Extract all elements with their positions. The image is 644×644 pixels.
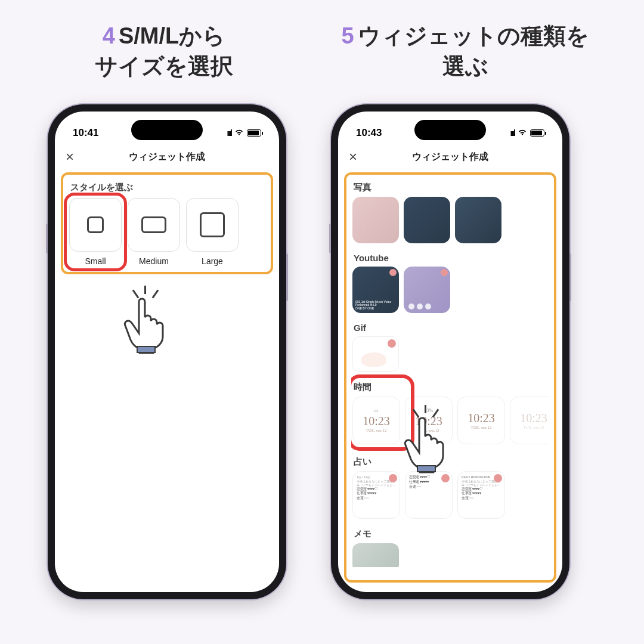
badge-icon bbox=[389, 474, 397, 482]
small-square-icon bbox=[87, 216, 104, 233]
category-gif: Gif bbox=[351, 319, 549, 336]
dynamic-island bbox=[131, 120, 203, 140]
page-title: ウィジェット作成 bbox=[338, 151, 562, 163]
page-title: ウィジェット作成 bbox=[55, 151, 279, 163]
time-row: ▭ 10:23 TUE, sep.12 33% 10:23 TUE, sep.1… bbox=[351, 397, 549, 450]
fortune-row: 1位 / 12位 今日はあなたにとって最高の日！いつもチャレンジしよ… 恋愛運 … bbox=[351, 471, 549, 525]
category-photo: 写真 bbox=[351, 178, 549, 197]
screen-right: 10:43 ıııl × ウィジェット作成 写真 Youtub bbox=[338, 112, 562, 592]
battery-icon bbox=[247, 129, 261, 137]
badge-icon bbox=[494, 474, 502, 482]
category-fortune: 占い bbox=[351, 453, 549, 471]
time-section: 時間 ▭ 10:23 TUE, sep.12 33% 10:23 TUE, se… bbox=[351, 378, 549, 450]
wifi-icon bbox=[518, 128, 527, 138]
category-time: 時間 bbox=[351, 378, 549, 397]
youtube-row: 001 1st Single Music Video Performed in … bbox=[351, 267, 549, 319]
status-indicators: ıııl bbox=[510, 128, 544, 138]
time-widget-3[interactable]: 10:23 TUE, sep.12 bbox=[457, 397, 505, 444]
category-memo: メモ bbox=[351, 525, 549, 543]
photo-widget-3[interactable] bbox=[455, 197, 501, 243]
fortune-widget-2[interactable]: 恋愛運 ♥♥♥♥♡ 仕事運 ♥♥♥♥♥ 金運 ◦◦◦◦◦ bbox=[405, 471, 453, 519]
phone-step5: 10:43 ıııl × ウィジェット作成 写真 Youtub bbox=[331, 104, 569, 599]
youtube-widget-2[interactable] bbox=[404, 267, 450, 313]
size-medium[interactable]: Medium bbox=[128, 198, 180, 266]
fortune-widget-1[interactable]: 1位 / 12位 今日はあなたにとって最高の日！いつもチャレンジしよ… 恋愛運 … bbox=[352, 471, 400, 519]
badge-icon bbox=[441, 269, 448, 276]
wifi-icon bbox=[234, 128, 244, 138]
step5-caption: 5ウィジェットの種類を 選ぶ bbox=[322, 21, 608, 82]
size-large[interactable]: Large bbox=[186, 198, 239, 266]
step4-caption: 4S/M/Lから サイズを選択 bbox=[57, 21, 271, 82]
phone-step4: 10:41 ıııl × ウィジェット作成 スタイルを選ぶ Small bbox=[48, 104, 286, 599]
youtube-caption: 001 1st Single Music Video Performed in … bbox=[355, 301, 396, 311]
memo-row bbox=[351, 543, 549, 567]
youtube-widget-1[interactable]: 001 1st Single Music Video Performed in … bbox=[352, 267, 399, 313]
size-small[interactable]: Small bbox=[69, 198, 122, 266]
tap-hand-icon bbox=[120, 290, 180, 358]
size-options: Small Medium Large bbox=[67, 198, 267, 266]
app-header: × ウィジェット作成 bbox=[338, 144, 562, 172]
large-square-icon bbox=[200, 212, 225, 237]
badge-icon bbox=[441, 474, 450, 482]
memo-widget-1[interactable] bbox=[352, 543, 399, 567]
medium-rect-icon bbox=[141, 216, 166, 233]
app-header: × ウィジェット作成 bbox=[55, 144, 279, 172]
photo-row bbox=[351, 197, 549, 249]
category-youtube: Youtube bbox=[351, 249, 549, 267]
svg-rect-0 bbox=[137, 346, 155, 352]
style-selection-highlight: スタイルを選ぶ Small Medium Large bbox=[61, 172, 273, 274]
time-widget-4[interactable]: 10:23 TUE, sep.12 bbox=[510, 397, 549, 444]
gif-widget-1[interactable] bbox=[352, 336, 399, 372]
dynamic-island bbox=[414, 120, 486, 140]
media-controls-icon bbox=[408, 304, 431, 309]
step5-number: 5 bbox=[341, 23, 354, 48]
time-widget-1[interactable]: ▭ 10:23 TUE, sep.12 bbox=[352, 397, 400, 444]
signal-icon: ıııl bbox=[510, 128, 515, 138]
battery-mini-icon: ▭ bbox=[374, 408, 379, 413]
battery-icon bbox=[530, 129, 544, 137]
badge-icon bbox=[389, 269, 397, 276]
signal-icon: ıııl bbox=[227, 128, 231, 138]
widget-type-highlight: 写真 Youtube 001 1st Single Music Video Pe… bbox=[344, 172, 556, 583]
widget-scroll[interactable]: 写真 Youtube 001 1st Single Music Video Pe… bbox=[351, 178, 549, 567]
time-widget-2[interactable]: 33% 10:23 TUE, sep.12 bbox=[405, 397, 453, 444]
step4-number: 4 bbox=[103, 23, 115, 48]
photo-widget-1[interactable] bbox=[352, 197, 399, 243]
fortune-widget-3[interactable]: DAILY HOROSCOPE 今日はあなたにとって最高の日！いつもチャレンジし… bbox=[457, 471, 505, 519]
small-selected-ring: Small bbox=[64, 193, 127, 271]
status-indicators: ıııl bbox=[227, 128, 261, 138]
gif-row bbox=[351, 336, 549, 378]
status-time: 10:43 bbox=[356, 127, 382, 139]
photo-widget-2[interactable] bbox=[404, 197, 450, 243]
screen-left: 10:41 ıııl × ウィジェット作成 スタイルを選ぶ Small bbox=[55, 112, 279, 592]
status-time: 10:41 bbox=[73, 127, 98, 139]
badge-icon bbox=[388, 339, 396, 348]
